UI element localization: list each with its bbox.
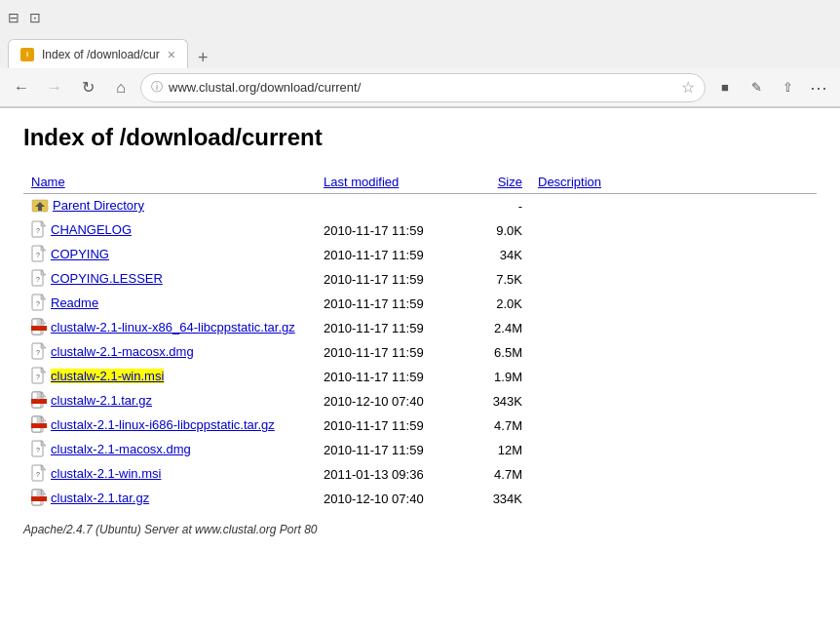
file-size-cell: 4.7M (472, 413, 530, 438)
file-name-cell: ? clustalw-2.1-macosx.dmg (23, 340, 316, 365)
unknown-file-icon: ? (31, 342, 47, 360)
file-link[interactable]: Parent Directory (53, 198, 144, 213)
compressed-file-icon (31, 415, 47, 433)
file-link[interactable]: clustalx-2.1.tar.gz (51, 491, 149, 505)
refresh-button[interactable]: ↻ (74, 74, 101, 101)
new-tab-button[interactable]: + (192, 48, 214, 68)
home-button[interactable]: ⌂ (107, 74, 134, 101)
file-desc-cell (530, 413, 817, 438)
file-link[interactable]: clustalx-2.1-win.msi (51, 466, 161, 481)
svg-text:?: ? (36, 349, 40, 356)
title-bar: ⊟ ⊡ (0, 0, 840, 35)
svg-text:?: ? (36, 447, 40, 453)
window-icon-2: ⊡ (29, 10, 41, 25)
file-size-cell: - (472, 194, 530, 219)
svg-text:?: ? (36, 227, 40, 234)
file-name-cell: ? clustalx-2.1-macosx.dmg (23, 438, 316, 462)
file-link[interactable]: clustalx-2.1-linux-i686-libcppstatic.tar… (51, 417, 275, 432)
file-desc-cell (530, 243, 817, 267)
file-size-cell: 9.0K (472, 218, 530, 243)
url-display: www.clustal.org/download/current/ (169, 80, 675, 95)
file-link[interactable]: CHANGELOG (51, 222, 132, 237)
file-modified-cell: 2010-11-17 11:59 (316, 340, 472, 365)
file-modified-cell: 2010-11-17 11:59 (316, 292, 472, 316)
col-modified-link[interactable]: Last modified (324, 175, 399, 189)
svg-marker-33 (41, 416, 46, 421)
svg-rect-29 (31, 399, 47, 404)
share-button[interactable]: ⇧ (774, 74, 801, 101)
file-link[interactable]: COPYING (51, 247, 109, 261)
file-name-cell: clustalx-2.1-linux-i686-libcppstatic.tar… (23, 413, 316, 438)
parent-dir-icon (31, 196, 49, 214)
svg-marker-42 (41, 465, 46, 470)
table-row: ? clustalx-2.1-macosx.dmg2010-11-17 11:5… (23, 438, 817, 462)
col-size-link[interactable]: Size (498, 175, 522, 189)
svg-text:?: ? (36, 300, 40, 307)
svg-rect-18 (37, 319, 40, 322)
svg-rect-30 (37, 392, 40, 395)
file-link[interactable]: COPYING.LESSER (51, 271, 163, 286)
tab-title: Index of /download/cur (42, 48, 160, 61)
svg-marker-3 (41, 221, 46, 226)
svg-marker-45 (41, 490, 46, 494)
file-size-cell: 6.5M (472, 340, 530, 365)
svg-rect-47 (31, 496, 47, 501)
forward-button[interactable]: → (41, 74, 68, 101)
file-icon (31, 489, 47, 509)
svg-rect-37 (37, 420, 40, 423)
bookmark-icon[interactable]: ☆ (681, 78, 695, 97)
file-link[interactable]: Readme (51, 295, 98, 310)
file-link[interactable]: clustalw-2.1-macosx.dmg (51, 344, 194, 359)
file-icon: ? (31, 342, 47, 363)
svg-text:?: ? (36, 374, 40, 380)
col-desc-link[interactable]: Description (538, 175, 601, 189)
col-header-desc: Description (530, 171, 817, 194)
back-button[interactable]: ← (8, 74, 35, 101)
svg-marker-9 (41, 270, 46, 275)
file-size-cell: 2.0K (472, 292, 530, 316)
svg-rect-31 (37, 396, 40, 399)
file-modified-cell: 2010-11-17 11:59 (316, 243, 472, 267)
file-size-cell: 12M (472, 438, 530, 462)
svg-rect-49 (37, 493, 40, 496)
active-tab[interactable]: i Index of /download/cur × (8, 39, 188, 68)
close-tab-button[interactable]: × (168, 47, 175, 62)
profile-button[interactable]: ✎ (743, 74, 770, 101)
file-link[interactable]: clustalw-2.1.tar.gz (51, 393, 152, 408)
unknown-file-icon: ? (31, 245, 47, 262)
svg-rect-35 (31, 423, 47, 428)
table-row: ? COPYING.LESSER2010-11-17 11:597.5K (23, 267, 817, 292)
file-desc-cell (530, 316, 817, 340)
nav-bar: ← → ↻ ⌂ ⓘ www.clustal.org/download/curre… (0, 68, 840, 107)
svg-text:?: ? (36, 471, 40, 478)
page-content: Index of /download/current Name Last mod… (0, 108, 840, 630)
menu-button[interactable]: ⋯ (805, 74, 832, 101)
table-header-row: Name Last modified Size Description (23, 171, 817, 194)
file-name-cell: clustalw-2.1-linux-x86_64-libcppstatic.t… (23, 316, 316, 340)
unknown-file-icon: ? (31, 294, 47, 311)
file-icon: ? (31, 440, 47, 460)
window-controls-left: ⊟ ⊡ (8, 10, 41, 25)
page-title: Index of /download/current (23, 124, 817, 151)
file-icon: ? (31, 220, 47, 241)
table-row: clustalw-2.1.tar.gz2010-12-10 07:40343K (23, 389, 817, 413)
col-name-link[interactable]: Name (31, 175, 65, 189)
address-bar[interactable]: ⓘ www.clustal.org/download/current/ ☆ (140, 73, 706, 102)
table-row: clustalx-2.1-linux-i686-libcppstatic.tar… (23, 413, 817, 438)
file-name-cell: ? COPYING.LESSER (23, 267, 316, 292)
file-modified-cell: 2010-11-17 11:59 (316, 365, 472, 389)
browser-chrome: ⊟ ⊡ i Index of /download/cur × + ← → ↻ ⌂… (0, 0, 840, 108)
file-link[interactable]: clustalw-2.1-win.msi (51, 369, 164, 383)
file-link[interactable]: clustalx-2.1-macosx.dmg (51, 442, 191, 456)
svg-marker-6 (41, 246, 46, 251)
file-desc-cell (530, 218, 817, 243)
svg-rect-17 (31, 326, 47, 331)
svg-text:?: ? (36, 252, 40, 258)
file-link[interactable]: clustalw-2.1-linux-x86_64-libcppstatic.t… (51, 320, 295, 335)
server-footer: Apache/2.4.7 (Ubuntu) Server at www.clus… (23, 523, 817, 536)
unknown-file-icon: ? (31, 220, 47, 238)
extensions-button[interactable]: ■ (711, 74, 739, 101)
file-size-cell: 2.4M (472, 316, 530, 340)
unknown-file-icon: ? (31, 440, 47, 457)
file-name-cell: ? CHANGELOG (23, 218, 316, 243)
